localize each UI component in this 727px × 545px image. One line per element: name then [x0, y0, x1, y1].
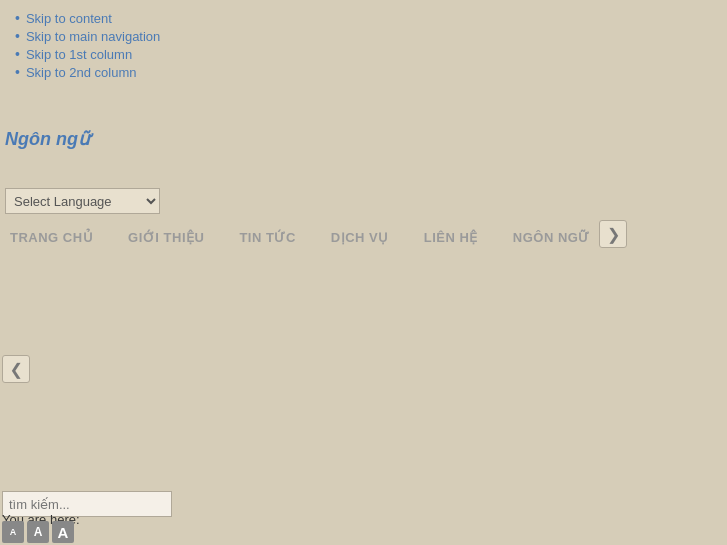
nav-dich-vu[interactable]: DỊCH VỤ [326, 222, 419, 253]
font-size-small-button[interactable]: A [2, 521, 24, 543]
nav-lien-he[interactable]: LIÊN HỆ [419, 222, 508, 253]
skip-links: Skip to content Skip to main navigation … [15, 10, 160, 82]
skip-to-1st-column[interactable]: Skip to 1st column [26, 47, 132, 62]
language-heading: Ngôn ngữ [5, 128, 89, 150]
font-size-controls: A A A [2, 521, 74, 543]
carousel-left-button[interactable]: ❯ [2, 355, 30, 383]
language-select-wrapper: Select Language [5, 188, 160, 214]
skip-to-main-nav[interactable]: Skip to main navigation [26, 29, 160, 44]
skip-to-2nd-column[interactable]: Skip to 2nd column [26, 65, 137, 80]
nav-gioi-thieu[interactable]: GIỚI THIỆU [123, 222, 234, 253]
carousel-right-button[interactable]: ❯ [599, 220, 627, 248]
font-size-medium-button[interactable]: A [27, 521, 49, 543]
main-navigation: TRANG CHỦ GIỚI THIỆU TIN TỨC DỊCH VỤ LIÊ… [5, 222, 645, 253]
font-size-large-button[interactable]: A [52, 521, 74, 543]
skip-to-content[interactable]: Skip to content [26, 11, 112, 26]
nav-trang-chu[interactable]: TRANG CHỦ [5, 222, 123, 253]
language-select[interactable]: Select Language [5, 188, 160, 214]
nav-tin-tuc[interactable]: TIN TỨC [234, 222, 325, 253]
